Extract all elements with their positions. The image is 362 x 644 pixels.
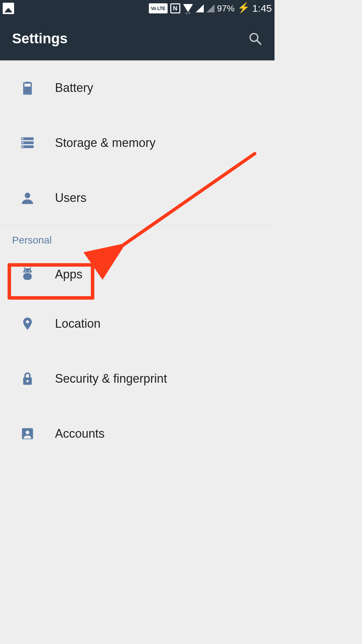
settings-item-label: Security & fingerprint	[55, 372, 167, 386]
settings-item-security[interactable]: Security & fingerprint	[0, 351, 275, 406]
account-box-icon	[20, 426, 35, 441]
screenshot-notification-icon	[3, 3, 14, 14]
svg-line-1	[257, 40, 261, 44]
settings-item-label: Users	[55, 191, 86, 205]
svg-point-11	[25, 193, 31, 198]
location-pin-icon	[20, 316, 35, 331]
section-header-personal: Personal	[0, 226, 275, 253]
user-icon	[20, 191, 35, 205]
nfc-icon: N	[170, 3, 180, 13]
svg-point-19	[26, 380, 29, 382]
android-icon	[20, 267, 35, 282]
wifi-icon: ▲▼	[183, 4, 193, 13]
svg-point-15	[29, 270, 30, 272]
lock-icon	[20, 371, 35, 386]
svg-rect-9	[22, 142, 23, 144]
settings-item-label: Apps	[55, 267, 82, 281]
page-title: Settings	[12, 31, 68, 47]
svg-point-17	[26, 320, 29, 324]
svg-rect-4	[24, 87, 31, 93]
svg-rect-16	[23, 273, 32, 280]
charging-icon: ⚡	[237, 3, 250, 13]
settings-item-label: Accounts	[55, 427, 105, 441]
cellular-signal-icon-sim2	[206, 4, 215, 12]
status-bar-right: Vo LTE N ▲▼ 97% ⚡ 1:45	[149, 3, 272, 14]
status-bar: Vo LTE N ▲▼ 97% ⚡ 1:45	[0, 0, 275, 17]
settings-list: Battery Storage & memory Users Personal	[0, 60, 275, 461]
settings-item-label: Storage & memory	[55, 136, 156, 150]
app-bar: Settings	[0, 17, 275, 60]
settings-item-label: Battery	[55, 81, 93, 95]
storage-icon	[20, 136, 35, 150]
settings-item-label: Location	[55, 317, 101, 331]
settings-item-users[interactable]: Users	[0, 170, 275, 225]
svg-point-21	[26, 431, 29, 434]
settings-item-accounts[interactable]: Accounts	[0, 406, 275, 461]
search-button[interactable]	[248, 31, 262, 46]
settings-item-location[interactable]: Location	[0, 296, 275, 351]
battery-percent: 97%	[217, 3, 235, 14]
settings-item-storage[interactable]: Storage & memory	[0, 115, 275, 170]
settings-item-apps[interactable]: Apps	[0, 253, 275, 296]
svg-rect-8	[22, 138, 23, 140]
battery-icon	[20, 80, 35, 95]
status-bar-left	[3, 3, 14, 14]
svg-rect-10	[22, 146, 23, 148]
volte-icon: Vo LTE	[149, 3, 168, 13]
cellular-signal-icon	[196, 4, 204, 12]
clock: 1:45	[252, 3, 272, 14]
svg-point-14	[25, 270, 26, 272]
settings-item-battery[interactable]: Battery	[0, 60, 275, 115]
search-icon	[248, 32, 262, 45]
